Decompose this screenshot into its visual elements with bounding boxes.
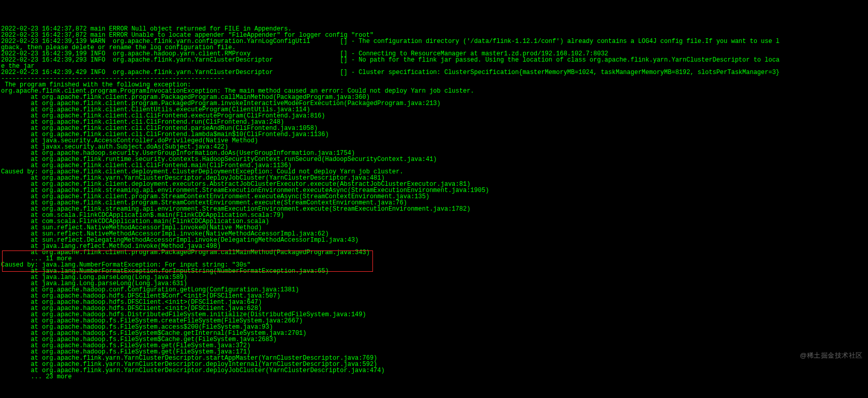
terminal-output[interactable]: 2022-02-23 16:42:37,872 main ERROR Null … <box>1 26 867 380</box>
log-line[interactable]: ... 23 more <box>1 374 867 380</box>
watermark-text: @稀土掘金技术社区 <box>800 352 863 359</box>
log-line[interactable]: at org.apache.flink.client.program.Packa… <box>1 249 867 256</box>
log-line[interactable]: at org.apache.flink.yarn.YarnClusterDesc… <box>1 367 867 374</box>
log-line[interactable]: 2022-02-23 16:42:39,293 INFO org.apache.… <box>1 57 867 63</box>
